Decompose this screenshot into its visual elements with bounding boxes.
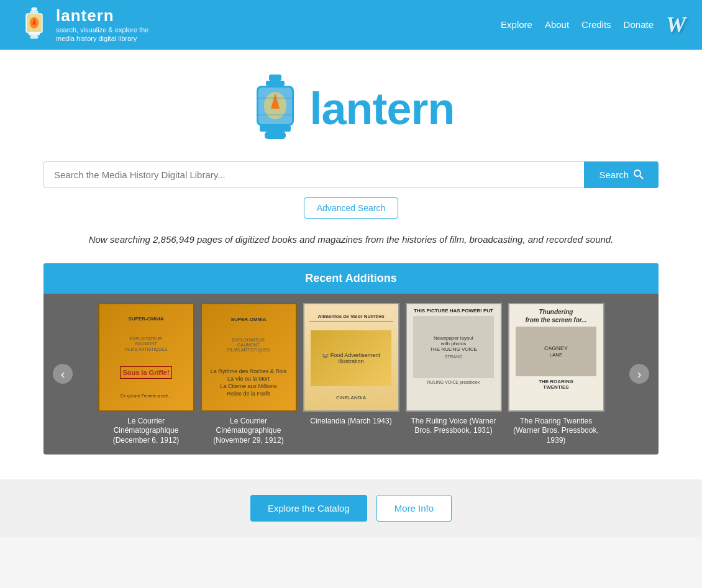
hero-logo: lantern bbox=[247, 75, 454, 143]
carousel-prev-button[interactable]: ‹ bbox=[53, 364, 73, 384]
svg-point-18 bbox=[634, 170, 640, 176]
book-cover: SUPER-OMNIA EXPLOITATEURGAUMONTFILMS ART… bbox=[98, 303, 194, 412]
lantern-logo-icon bbox=[19, 7, 50, 42]
carousel-items: SUPER-OMNIA EXPLOITATEURGAUMONTFILMS ART… bbox=[76, 303, 626, 446]
advanced-search-button[interactable]: Advanced Search bbox=[304, 197, 399, 219]
hero-logo-text: lantern bbox=[309, 83, 454, 134]
header-logo: lantern search, visualize & explore the … bbox=[19, 6, 148, 43]
search-description: Now searching 2,856,949 pages of digitiz… bbox=[89, 234, 614, 245]
carousel: ‹ SUPER-OMNIA EXPLOITATEURGAUMONTFILMS A… bbox=[43, 294, 659, 455]
list-item[interactable]: THIS PICTURE HAS POWER! PUT Newspaper la… bbox=[406, 303, 502, 446]
search-button[interactable]: Search bbox=[584, 161, 659, 188]
main-nav: Explore About Credits Donate W bbox=[501, 12, 683, 38]
header-logo-text: lantern search, visualize & explore the … bbox=[56, 6, 148, 43]
carousel-item-label: Le CourrierCinématographique(November 29… bbox=[213, 417, 283, 446]
bottom-actions: Explore the Catalog More Info bbox=[0, 479, 702, 537]
search-input[interactable] bbox=[43, 161, 584, 188]
header-logo-subtitle: search, visualize & explore the media hi… bbox=[56, 25, 148, 43]
search-icon bbox=[634, 170, 644, 179]
explore-catalog-button[interactable]: Explore the Catalog bbox=[250, 495, 367, 522]
main-content: lantern Search Advanced Search Now searc… bbox=[0, 50, 702, 480]
book-cover: THIS PICTURE HAS POWER! PUT Newspaper la… bbox=[406, 303, 502, 412]
book-cover: SUPER-OMNIA EXPLOITATEURGAUMONTFILMS ART… bbox=[201, 303, 297, 412]
header-logo-title: lantern bbox=[56, 6, 148, 25]
carousel-item-label: The Ruling Voice (WarnerBros. Pressbook,… bbox=[411, 417, 496, 436]
svg-rect-1 bbox=[30, 11, 39, 14]
book-cover: Alimentos de Valor Nutritivo 🍲 Food Adve… bbox=[303, 303, 399, 412]
nav-credits[interactable]: Credits bbox=[581, 19, 611, 30]
carousel-item-label: Cinelandia (March 1943) bbox=[310, 417, 391, 427]
carousel-next-button[interactable]: › bbox=[629, 364, 649, 384]
hero-lamp-icon bbox=[247, 75, 303, 143]
search-bar: Search bbox=[43, 161, 659, 188]
carousel-item-label: Le CourrierCinématographique(December 6,… bbox=[113, 417, 180, 446]
site-header: lantern search, visualize & explore the … bbox=[0, 0, 702, 50]
w-logo: W bbox=[666, 12, 683, 38]
svg-rect-6 bbox=[29, 33, 40, 36]
list-item[interactable]: SUPER-OMNIA EXPLOITATEURGAUMONTFILMS ART… bbox=[98, 303, 194, 446]
list-item[interactable]: Alimentos de Valor Nutritivo 🍲 Food Adve… bbox=[303, 303, 399, 446]
book-cover: Thunderingfrom the screen for... CAGNEYL… bbox=[508, 303, 604, 412]
list-item[interactable]: SUPER-OMNIA EXPLOITATEURGAUMONTFILMS ART… bbox=[201, 303, 297, 446]
svg-rect-0 bbox=[31, 7, 37, 11]
svg-rect-14 bbox=[260, 125, 291, 132]
svg-rect-7 bbox=[30, 35, 39, 39]
nav-explore[interactable]: Explore bbox=[501, 19, 532, 30]
nav-donate[interactable]: Donate bbox=[624, 19, 654, 30]
carousel-item-label: The Roaring Twenties(Warner Bros. Pressb… bbox=[513, 417, 599, 446]
svg-rect-8 bbox=[269, 75, 281, 81]
more-info-button[interactable]: More Info bbox=[376, 495, 452, 522]
recent-additions-header: Recent Additions bbox=[43, 263, 659, 294]
svg-line-19 bbox=[640, 176, 643, 179]
list-item[interactable]: Thunderingfrom the screen for... CAGNEYL… bbox=[508, 303, 604, 446]
svg-rect-9 bbox=[266, 81, 285, 86]
nav-about[interactable]: About bbox=[545, 19, 569, 30]
svg-rect-15 bbox=[265, 132, 286, 139]
recent-additions-section: Recent Additions ‹ SUPER-OMNIA EXPLOITAT… bbox=[43, 263, 659, 455]
